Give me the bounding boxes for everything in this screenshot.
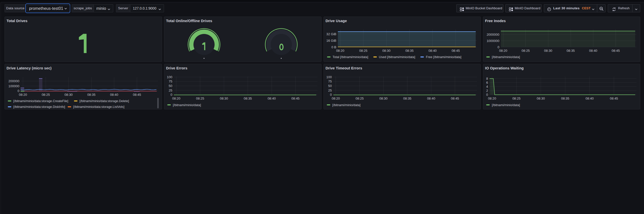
svg-text:08:20: 08:20 <box>488 97 496 100</box>
svg-text:08:20: 08:20 <box>499 49 507 53</box>
svg-text:2: 2 <box>486 89 488 93</box>
svg-text:08:40: 08:40 <box>589 49 597 53</box>
svg-text:[/bitnami/minio/data]: [/bitnami/minio/data] <box>492 103 520 107</box>
svg-text:08:25: 08:25 <box>359 49 368 53</box>
svg-text:08:20: 08:20 <box>336 49 344 53</box>
svg-text:0 B: 0 B <box>331 45 336 49</box>
svg-text:08:25: 08:25 <box>512 97 521 100</box>
svg-text:0: 0 <box>330 93 332 97</box>
svg-text:200000: 200000 <box>9 79 19 83</box>
svg-text:[/bitnami/minio/data]: [/bitnami/minio/data] <box>492 55 520 59</box>
svg-text:[/bitnami/minio/data:storage.C: [/bitnami/minio/data:storage.CreateFile] <box>13 99 68 103</box>
svg-text:32 GiB: 32 GiB <box>326 32 336 36</box>
svg-text:08:40: 08:40 <box>428 49 437 53</box>
svg-text:100000: 100000 <box>9 84 19 88</box>
svg-text:08:20: 08:20 <box>332 97 340 100</box>
svg-text:[/bitnami/minio/data]: [/bitnami/minio/data] <box>332 103 360 107</box>
svg-text:08:30: 08:30 <box>379 97 388 100</box>
svg-text:08:20: 08:20 <box>172 97 180 100</box>
svg-text:25: 25 <box>169 89 172 92</box>
svg-text:08:45: 08:45 <box>612 49 620 53</box>
svg-text:08:45: 08:45 <box>610 97 618 100</box>
svg-text:50: 50 <box>169 84 172 88</box>
svg-text:08:45: 08:45 <box>133 93 141 97</box>
svg-text:0: 0 <box>486 93 488 97</box>
svg-text:08:25: 08:25 <box>42 93 50 97</box>
svg-text:08:30: 08:30 <box>537 97 545 100</box>
svg-text:1000000: 1000000 <box>487 39 499 43</box>
svg-text:[/bitnami/minio/data]: [/bitnami/minio/data] <box>173 103 201 107</box>
svg-text:08:45: 08:45 <box>452 49 460 53</box>
svg-text:08:30: 08:30 <box>220 97 228 100</box>
svg-text:25: 25 <box>328 89 332 92</box>
svg-text:08:25: 08:25 <box>355 97 364 100</box>
svg-text:Used [/bitnami/minio/data]: Used [/bitnami/minio/data] <box>379 55 415 59</box>
svg-text:16 GiB: 16 GiB <box>326 39 336 42</box>
svg-text:08:40: 08:40 <box>268 97 276 100</box>
svg-text:08:40: 08:40 <box>585 97 594 100</box>
svg-text:08:30: 08:30 <box>544 49 552 53</box>
svg-text:08:20: 08:20 <box>19 93 27 97</box>
svg-text:08:45: 08:45 <box>291 97 300 100</box>
svg-text:100: 100 <box>167 75 172 79</box>
svg-text:50: 50 <box>328 84 332 88</box>
svg-text:08:45: 08:45 <box>451 97 459 100</box>
svg-text:08:35: 08:35 <box>403 97 412 100</box>
svg-text:0: 0 <box>171 93 172 97</box>
svg-text:100: 100 <box>326 75 332 79</box>
svg-text:[/bitnami/minio/data:storage.D: [/bitnami/minio/data:storage.Delete] <box>79 99 129 103</box>
svg-text:Free [/bitnami/minio/data]: Free [/bitnami/minio/data] <box>426 55 461 59</box>
svg-text:08:30: 08:30 <box>382 49 391 53</box>
svg-text:08:35: 08:35 <box>244 97 252 100</box>
svg-text:8: 8 <box>486 77 488 80</box>
svg-text:08:25: 08:25 <box>521 49 530 53</box>
svg-text:08:35: 08:35 <box>87 93 96 97</box>
svg-text:08:40: 08:40 <box>427 97 435 100</box>
svg-text:0: 0 <box>498 45 499 49</box>
svg-text:6: 6 <box>486 81 488 84</box>
svg-text:08:40: 08:40 <box>110 93 118 97</box>
svg-text:75: 75 <box>328 79 332 83</box>
svg-text:[/bitnami/minio/data:storage.L: [/bitnami/minio/data:storage.ListVols] <box>73 105 125 109</box>
svg-text:08:30: 08:30 <box>64 93 73 97</box>
svg-text:08:35: 08:35 <box>406 49 414 53</box>
svg-text:08:35: 08:35 <box>567 49 575 53</box>
svg-text:08:35: 08:35 <box>561 97 570 100</box>
svg-text:0: 0 <box>18 89 19 93</box>
svg-text:Total [/bitnami/minio/data]: Total [/bitnami/minio/data] <box>333 55 368 59</box>
svg-text:08:25: 08:25 <box>196 97 204 100</box>
svg-text:75: 75 <box>169 79 172 83</box>
svg-text:2000000: 2000000 <box>487 33 499 36</box>
svg-text:[/bitnami/minio/data:storage.D: [/bitnami/minio/data:storage.DiskInfo] <box>13 105 65 109</box>
svg-text:4: 4 <box>486 85 488 89</box>
